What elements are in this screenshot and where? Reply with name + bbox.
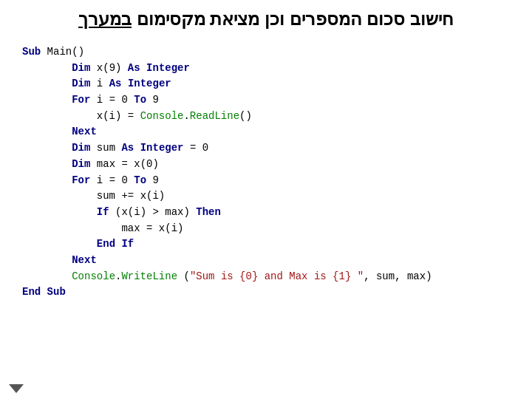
code-line-13: End If <box>22 236 510 253</box>
code-line-16: End Sub <box>22 284 510 301</box>
code-container: Sub Main() Dim x(9) As Integer Dim i As … <box>0 37 532 308</box>
code-line-9: For i = 0 To 9 <box>22 173 510 189</box>
header-title-underline: במערך <box>78 9 132 29</box>
header-title: חישוב סכום המספרים וכן מציאת מקסימום במע… <box>78 9 454 29</box>
header: חישוב סכום המספרים וכן מציאת מקסימום במע… <box>0 0 532 37</box>
code-line-15: Console.WriteLine ("Sum is {0} and Max i… <box>22 269 510 285</box>
code-line-3: Dim i As Integer <box>22 76 510 92</box>
corner-arrow-icon <box>9 384 24 393</box>
code-line-12: max = x(i) <box>22 221 510 237</box>
code-line-1: Sub Main() <box>22 44 510 61</box>
code-line-2: Dim x(9) As Integer <box>22 61 510 77</box>
code-line-4: For i = 0 To 9 <box>22 92 510 109</box>
code-line-11: If (x(i) > max) Then <box>22 205 510 221</box>
code-line-10: sum += x(i) <box>22 188 510 205</box>
code-line-6: Next <box>22 124 510 140</box>
code-line-8: Dim max = x(0) <box>22 157 510 173</box>
code-line-14: Next <box>22 253 510 269</box>
code-line-5: x(i) = Console.ReadLine() <box>22 109 510 125</box>
header-title-normal: חישוב סכום המספרים וכן מציאת מקסימום <box>132 9 454 29</box>
code-line-7: Dim sum As Integer = 0 <box>22 140 510 157</box>
